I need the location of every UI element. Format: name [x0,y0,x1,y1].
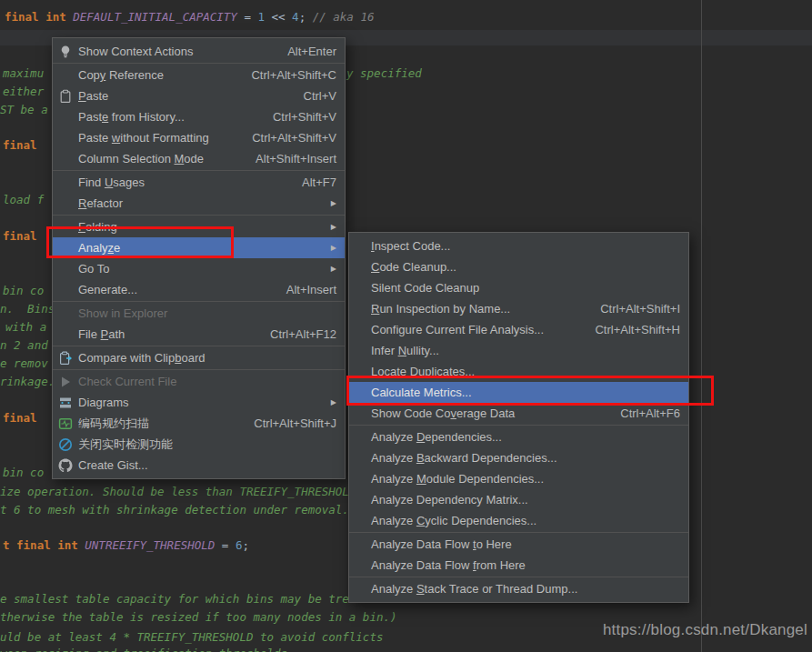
menu-item-folding[interactable]: Folding▶ [53,216,345,237]
lightbulb-icon [58,45,78,59]
menu-item-locate-duplicates[interactable]: Locate Duplicates... [349,361,688,382]
menu-item-label: Configure Current File Analysis... [371,323,544,336]
code-line: n. Bins [0,302,55,316]
menu-item-label: 关闭实时检测功能 [78,436,173,453]
menu-item-analyze-dependency-matrix[interactable]: Analyze Dependency Matrix... [349,489,688,510]
menu-item-label: Generate... [78,283,137,296]
menu-item-label: Paste [78,89,108,103]
menu-item-refactor[interactable]: Refactor▶ [53,193,345,214]
menu-shortcut: Ctrl+Alt+F6 [620,406,680,420]
menu-shortcut: Ctrl+Alt+Shift+I [600,302,680,316]
menu-item-inspect-code[interactable]: Inspect Code... [349,236,688,256]
menu-separator [349,425,688,426]
icon-slot [58,176,78,190]
menu-item-find-usages[interactable]: Find UsagesAlt+F7 [53,172,345,193]
compare-clipboard-icon [58,351,78,366]
menu-item-generate[interactable]: Generate...Alt+Insert [53,279,345,300]
menu-item-label: Silent Code Cleanup [371,281,479,295]
code-line: y specified [346,66,422,80]
code-line: n 2 and [0,338,48,352]
menu-item-analyze-dependencies[interactable]: Analyze Dependencies... [349,426,688,447]
menu-item-analyze-module-dependencies[interactable]: Analyze Module Dependencies... [349,468,688,489]
menu-item-label: Check Current File [78,375,176,388]
menu-item-run-inspection-by-name[interactable]: Run Inspection by Name...Ctrl+Alt+Shift+… [349,298,688,319]
submenu-arrow-icon: ▶ [331,199,336,207]
menu-item-label: Show Context Actions [78,45,193,58]
menu-item-code-convention-scan[interactable]: 编码规约扫描Ctrl+Alt+Shift+J [53,413,345,434]
code-line: load f [3,193,44,206]
menu-shortcut: Ctrl+Alt+Shift+C [251,68,336,82]
menu-item-label: Refactor [78,196,123,210]
icon-slot [58,131,78,145]
menu-item-compare-with-clipboard[interactable]: Compare with Clipboard [53,347,345,368]
menu-item-paste-from-history[interactable]: Paste from History...Ctrl+Shift+V [53,106,345,127]
code-line: bin co [3,284,44,297]
menu-item-label: Paste from History... [78,110,185,124]
menu-item-copy-reference[interactable]: Copy ReferenceCtrl+Alt+Shift+C [53,65,345,85]
code-line: ST be a [0,103,48,116]
menu-separator [53,301,345,302]
menu-item-show-in-explorer[interactable]: Show in Explorer [53,303,345,324]
menu-item-analyze-data-flow-from-here[interactable]: Analyze Data Flow from Here [349,555,688,576]
menu-item-label: Find Usages [78,176,145,189]
menu-shortcut: Alt+Shift+Insert [256,152,336,166]
menu-item-label: Analyze Data Flow to Here [371,537,512,551]
icon-slot [58,196,78,211]
menu-shortcut: Ctrl+Alt+Shift+H [595,323,680,336]
menu-shortcut: Ctrl+Alt+Shift+V [252,131,336,145]
submenu-arrow-icon: ▶ [331,244,336,252]
menu-shortcut: Alt+Enter [287,45,336,58]
menu-shortcut: Ctrl+Alt+Shift+J [254,416,336,430]
github-icon [58,458,78,473]
menu-item-label: Calculate Metrics... [371,386,472,399]
menu-item-analyze-data-flow-to-here[interactable]: Analyze Data Flow to Here [349,534,688,555]
analyze-submenu: Inspect Code...Code Cleanup...Silent Cod… [348,232,689,603]
menu-item-configure-current-file-analysis[interactable]: Configure Current File Analysis...Ctrl+A… [349,319,688,340]
disable-inspection-icon [58,437,78,452]
menu-item-label: Analyze Cyclic Dependencies... [371,514,536,527]
code-line: ize operation. Should be less than TREEI… [0,485,363,498]
menu-item-paste[interactable]: PasteCtrl+V [53,85,345,106]
menu-item-label: Locate Duplicates... [371,365,475,378]
menu-item-show-code-coverage-data[interactable]: Show Code Coverage DataCtrl+Alt+F6 [349,403,688,424]
icon-slot [58,68,78,83]
menu-item-label: Diagrams [78,396,129,409]
menu-item-column-selection-mode[interactable]: Column Selection ModeAlt+Shift+Insert [53,148,345,169]
menu-item-infer-nullity[interactable]: Infer Nullity... [349,340,688,361]
menu-item-label: Analyze [78,241,120,255]
menu-item-label: Code Cleanup... [371,260,456,274]
menu-item-create-gist[interactable]: Create Gist... [53,455,345,476]
code-line: ween resizing and treeification threshol… [0,647,295,652]
menu-item-diagrams[interactable]: Diagrams▶ [53,392,345,413]
menu-item-code-cleanup[interactable]: Code Cleanup... [349,256,688,277]
menu-item-disable-realtime-inspection[interactable]: 关闭实时检测功能 [53,434,345,455]
editor-context-menu: Show Context ActionsAlt+EnterCopy Refere… [52,37,346,479]
code-line: t final int UNTREEIFY_THRESHOLD = 6; [3,538,249,552]
menu-item-label: Analyze Stack Trace or Thread Dump... [371,582,577,596]
menu-item-calculate-metrics[interactable]: Calculate Metrics... [349,382,688,403]
menu-item-analyze-stack-trace-or-thread-dump[interactable]: Analyze Stack Trace or Thread Dump... [349,578,688,599]
watermark-url: https://blog.csdn.net/Dkangel [603,621,807,639]
menu-item-label: Column Selection Mode [78,152,204,166]
code-line: maximu [3,66,44,80]
menu-shortcut: Ctrl+V [304,89,336,103]
menu-item-label: Analyze Data Flow from Here [371,558,526,572]
icon-slot [58,152,78,166]
menu-separator [53,346,345,346]
code-line: final [3,229,37,243]
menu-separator [53,215,345,216]
code-line: final [3,138,37,152]
menu-item-analyze[interactable]: Analyze▶ [53,237,345,258]
menu-item-show-context-actions[interactable]: Show Context ActionsAlt+Enter [53,41,345,62]
menu-item-paste-without-formatting[interactable]: Paste without FormattingCtrl+Alt+Shift+V [53,127,345,148]
menu-item-silent-code-cleanup[interactable]: Silent Code Cleanup [349,277,688,298]
menu-item-analyze-backward-dependencies[interactable]: Analyze Backward Dependencies... [349,447,688,468]
menu-item-analyze-cyclic-dependencies[interactable]: Analyze Cyclic Dependencies... [349,510,688,531]
menu-shortcut: Alt+F7 [302,176,336,189]
icon-slot [58,283,78,297]
menu-item-check-current-file[interactable]: Check Current File [53,371,345,392]
code-scan-icon [58,416,78,431]
menu-item-file-path[interactable]: File PathCtrl+Alt+F12 [53,324,345,345]
code-line: therwise the table is resized if too man… [0,610,397,624]
menu-item-go-to[interactable]: Go To▶ [53,258,345,279]
